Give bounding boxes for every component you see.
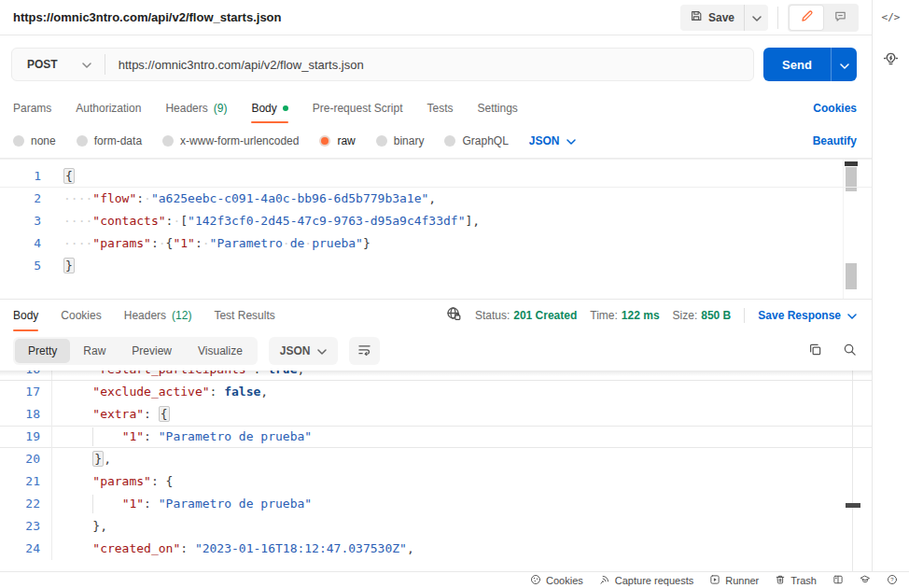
radio-icon <box>77 135 88 147</box>
response-section: BodyCookiesHeaders(12)Test Results Statu… <box>0 299 872 571</box>
svg-text:?: ? <box>890 577 894 582</box>
tab-tests[interactable]: Tests <box>427 93 453 123</box>
response-tab-test-results[interactable]: Test Results <box>214 300 274 331</box>
help-icon: ? <box>887 574 898 587</box>
body-type-form-data[interactable]: form-data <box>77 134 142 147</box>
body-type-x-www-form-urlencoded[interactable]: x-www-form-urlencoded <box>162 134 299 147</box>
runner-icon <box>709 574 720 587</box>
response-tab-body[interactable]: Body <box>13 300 38 331</box>
code-snippet-button[interactable]: </> <box>882 11 901 23</box>
code-line-5: 5} <box>0 255 872 277</box>
statusbar-label: Cookies <box>546 575 583 586</box>
code-line-4: 4····"params":·{"1":·"Parametro·de·prueb… <box>0 232 872 255</box>
statusbar-two-pane[interactable] <box>832 574 844 587</box>
comments-button[interactable] <box>823 6 857 30</box>
time-value: 122 ms <box>622 309 660 322</box>
tab-label: Authorization <box>76 102 141 115</box>
save-button[interactable]: Save <box>680 5 744 31</box>
save-dropdown-button[interactable] <box>744 5 768 31</box>
status-badge: 201 Created <box>513 309 577 322</box>
statusbar-learning[interactable] <box>860 574 871 587</box>
response-tab-cookies[interactable]: Cookies <box>61 300 101 331</box>
url-box: POST <box>11 48 754 81</box>
chevron-down-icon <box>566 134 576 147</box>
view-visualize[interactable]: Visualize <box>185 339 256 363</box>
copy-icon <box>808 343 822 359</box>
radio-label: binary <box>394 134 425 147</box>
tab-label: Test Results <box>214 309 274 322</box>
size-label: Size: <box>673 309 698 322</box>
body-type-binary[interactable]: binary <box>376 134 425 147</box>
statusbar-label: Trash <box>790 575 817 586</box>
code-line-24: 24 "created_on": "2023-01-16T18:12:47.03… <box>0 538 872 560</box>
statusbar-trash[interactable]: Trash <box>775 574 817 587</box>
network-info-button[interactable] <box>446 306 462 325</box>
view-preview[interactable]: Preview <box>119 339 185 363</box>
code-line-22: 22 "1": "Parametro de prueba" <box>0 493 872 515</box>
view-raw[interactable]: Raw <box>70 339 119 363</box>
tab-label: Body <box>251 102 276 115</box>
radio-icon <box>376 135 387 147</box>
line-number: 17 <box>0 381 52 403</box>
radio-icon <box>13 135 24 147</box>
header-divider <box>777 7 778 29</box>
postman-app: https://omnic3ntro.com/api/v2/flow_start… <box>0 0 909 588</box>
statusbar-label: Runner <box>725 575 759 586</box>
response-language-dropdown[interactable]: JSON <box>269 337 338 365</box>
modified-dot <box>283 105 288 111</box>
request-tab-title[interactable]: https://omnic3ntro.com/api/v2/flow_start… <box>13 10 282 24</box>
postbot-button[interactable] <box>883 51 899 70</box>
edit-request-button[interactable] <box>790 6 823 30</box>
tab-authorization[interactable]: Authorization <box>76 93 141 123</box>
method-label: POST <box>27 58 58 71</box>
chevron-down-icon <box>840 58 849 72</box>
comment-icon <box>833 9 847 26</box>
send-dropdown-button[interactable] <box>831 48 857 81</box>
tab-settings[interactable]: Settings <box>478 93 518 123</box>
radio-icon <box>319 135 330 147</box>
tab-params[interactable]: Params <box>13 93 51 123</box>
request-body-editor[interactable]: 1{2····"flow":·"a625eebc-c091-4a0c-bb96-… <box>0 159 872 299</box>
view-pretty[interactable]: Pretty <box>15 339 70 363</box>
beautify-link[interactable]: Beautify <box>813 134 857 147</box>
line-number: 5 <box>0 255 52 277</box>
line-content: ····"contacts":·["142f3cf0-2d45-47c9-976… <box>52 210 480 232</box>
radio-label: raw <box>337 134 355 147</box>
request-tabs: ParamsAuthorizationHeaders(9)BodyPre-req… <box>0 93 872 123</box>
response-tools-right <box>808 343 857 359</box>
body-type-raw[interactable]: raw <box>319 134 355 147</box>
code-line-20: 20 }, <box>0 448 872 470</box>
header-actions: Save <box>680 4 859 32</box>
response-tab-headers[interactable]: Headers(12) <box>124 300 192 331</box>
send-button-group: Send <box>763 48 857 81</box>
method-selector[interactable]: POST <box>12 49 105 80</box>
statusbar-capture-requests[interactable]: Capture requests <box>599 574 693 587</box>
copy-response-button[interactable] <box>808 343 822 359</box>
request-language-dropdown[interactable]: JSON <box>529 134 576 147</box>
body-type-graphql[interactable]: GraphQL <box>444 134 508 147</box>
statusbar-runner[interactable]: Runner <box>709 574 759 587</box>
save-response-button[interactable]: Save Response <box>758 309 857 322</box>
cookies-link[interactable]: Cookies <box>813 93 857 123</box>
tab-body[interactable]: Body <box>251 93 287 123</box>
wrap-lines-button[interactable] <box>349 337 380 365</box>
trash-icon <box>775 574 786 587</box>
tab-headers[interactable]: Headers(9) <box>165 93 227 123</box>
chevron-down-icon <box>752 10 762 24</box>
status-label: Status: <box>475 309 510 322</box>
statusbar-help[interactable]: ? <box>887 574 898 587</box>
search-response-button[interactable] <box>843 343 857 359</box>
response-toolbar: PrettyRawPreviewVisualize JSON <box>0 331 872 371</box>
tab-pre-request-script[interactable]: Pre-request Script <box>313 93 403 123</box>
indent-guide <box>92 495 93 513</box>
tab-count: (9) <box>214 102 228 115</box>
send-button[interactable]: Send <box>763 48 831 81</box>
body-type-none[interactable]: none <box>13 134 56 147</box>
chevron-down-icon <box>847 309 857 322</box>
statusbar-cookies[interactable]: Cookies <box>530 574 583 587</box>
response-body-viewer[interactable]: 16 "restart_participants": true,17 "excl… <box>0 371 872 571</box>
code-line-18: 18 "extra": { <box>0 403 872 426</box>
save-button-group: Save <box>680 5 768 31</box>
right-sidebar: </> <box>872 0 909 571</box>
url-input[interactable] <box>105 49 753 80</box>
